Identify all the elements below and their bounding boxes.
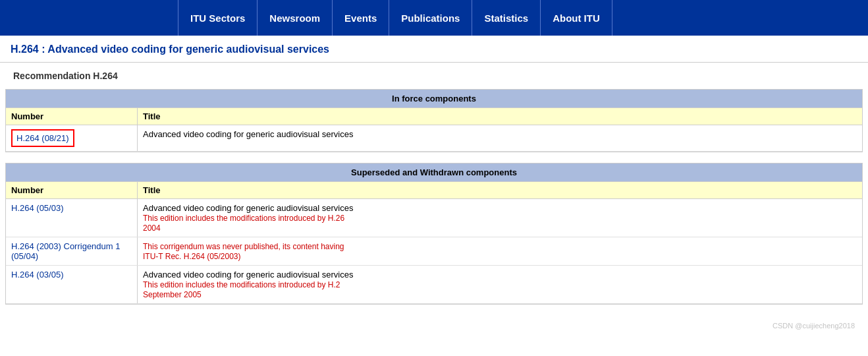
superseded-col-title: Title (138, 182, 862, 198)
superseded-section-header: Superseded and Withdrawn components (6, 163, 862, 181)
table-row: H.264 (08/21) Advanced video coding for … (6, 125, 862, 152)
in-force-col-title: Title (138, 108, 862, 125)
superseded-row2-red: This corrigendum was never published, it… (143, 242, 344, 251)
nav-publications[interactable]: Publications (389, 0, 472, 36)
superseded-col-header: Number Title (6, 181, 862, 199)
superseded-row1-title: Advanced video coding for generic audiov… (143, 203, 353, 213)
cell-number: H.264 (08/21) (6, 125, 138, 151)
cell-title: This corrigendum was never published, it… (138, 237, 862, 265)
recommendation-label: Recommendation H.264 (0, 63, 868, 89)
superseded-row3-title: Advanced video coding for generic audiov… (143, 270, 353, 280)
superseded-row2-red2: ITU-T Rec. H.264 (05/2003) (143, 252, 241, 261)
nav-newsroom[interactable]: Newsroom (258, 0, 333, 36)
superseded-col-number: Number (6, 182, 138, 198)
superseded-table: Superseded and Withdrawn components Numb… (5, 163, 863, 305)
in-force-col-number: Number (6, 108, 138, 125)
cell-title: Advanced video coding for generic audiov… (138, 199, 862, 237)
table-row: H.264 (2003) Corrigendum 1 (05/04) This … (6, 237, 862, 266)
cell-title: Advanced video coding for generic audiov… (138, 125, 862, 151)
nav-events[interactable]: Events (333, 0, 389, 36)
nav-about-itu[interactable]: About ITU (541, 0, 612, 36)
cell-number: H.264 (05/03) (6, 199, 138, 237)
nav-itu-sectors[interactable]: ITU Sectors (178, 0, 258, 36)
in-force-table: In force components Number Title H.264 (… (5, 89, 863, 152)
highlighted-number: H.264 (08/21) (11, 129, 74, 147)
table-row: H.264 (03/05) Advanced video coding for … (6, 266, 862, 304)
page-title: H.264 : Advanced video coding for generi… (0, 36, 868, 63)
h264-0821-link[interactable]: H.264 (08/21) (16, 133, 69, 143)
navigation-bar: ITU Sectors Newsroom Events Publications… (0, 0, 868, 36)
in-force-col-header: Number Title (6, 107, 862, 125)
h264-0305-link[interactable]: H.264 (03/05) (11, 270, 64, 280)
in-force-title-text: Advanced video coding for generic audiov… (143, 129, 353, 139)
cell-number: H.264 (2003) Corrigendum 1 (05/04) (6, 237, 138, 265)
in-force-section-header: In force components (6, 90, 862, 107)
superseded-row1-red: This edition includes the modifications … (143, 214, 344, 223)
h264-corrigendum-link[interactable]: H.264 (2003) Corrigendum 1 (05/04) (11, 241, 120, 261)
cell-number: H.264 (03/05) (6, 266, 138, 303)
table-row: H.264 (05/03) Advanced video coding for … (6, 199, 862, 237)
cell-title: Advanced video coding for generic audiov… (138, 266, 862, 303)
superseded-row3-red: This edition includes the modifications … (143, 280, 340, 289)
nav-statistics[interactable]: Statistics (472, 0, 541, 36)
h264-0503-link[interactable]: H.264 (05/03) (11, 203, 64, 213)
superseded-row1-red2: 2004 (143, 223, 161, 233)
superseded-row3-red2: September 2005 (143, 290, 202, 299)
